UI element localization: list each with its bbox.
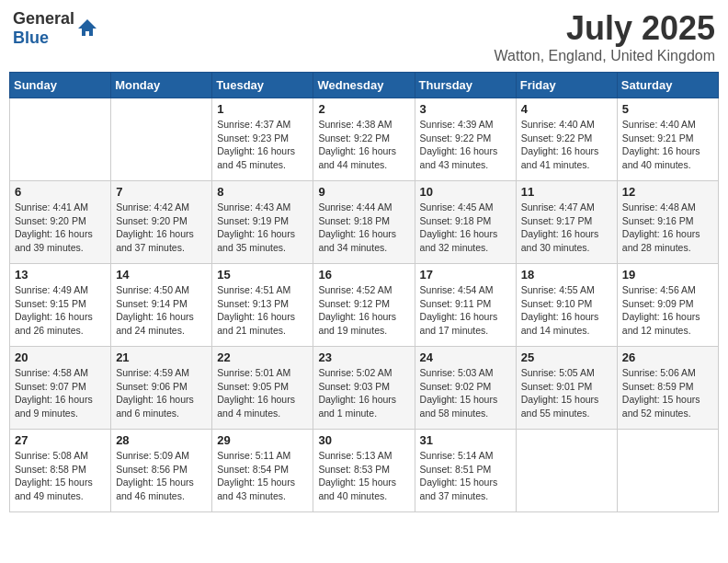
day-number: 29 [217, 433, 308, 447]
calendar-day-cell: 19Sunrise: 4:56 AM Sunset: 9:09 PM Dayli… [617, 264, 718, 347]
day-number: 22 [217, 350, 308, 364]
logo-icon [76, 17, 98, 40]
day-info: Sunrise: 4:42 AM Sunset: 9:20 PM Dayligh… [116, 201, 207, 255]
page-header: General Blue July 2025 Watton, England, … [9, 9, 719, 64]
calendar-week-row: 20Sunrise: 4:58 AM Sunset: 9:07 PM Dayli… [10, 347, 719, 430]
calendar-day-cell: 3Sunrise: 4:39 AM Sunset: 9:22 PM Daylig… [415, 98, 516, 181]
calendar-day-cell: 12Sunrise: 4:48 AM Sunset: 9:16 PM Dayli… [617, 181, 718, 264]
day-info: Sunrise: 4:40 AM Sunset: 9:21 PM Dayligh… [622, 118, 713, 172]
day-info: Sunrise: 4:49 AM Sunset: 9:15 PM Dayligh… [15, 283, 106, 338]
day-info: Sunrise: 5:01 AM Sunset: 9:05 PM Dayligh… [217, 366, 308, 420]
day-info: Sunrise: 4:45 AM Sunset: 9:18 PM Dayligh… [420, 201, 511, 255]
calendar-day-cell: 15Sunrise: 4:51 AM Sunset: 9:13 PM Dayli… [212, 264, 313, 347]
day-of-week-header: Monday [111, 73, 212, 98]
calendar-day-cell: 10Sunrise: 4:45 AM Sunset: 9:18 PM Dayli… [415, 181, 516, 264]
day-number: 17 [420, 268, 511, 282]
logo-blue: Blue [13, 29, 49, 47]
day-info: Sunrise: 5:14 AM Sunset: 8:51 PM Dayligh… [420, 449, 511, 503]
calendar-day-cell: 21Sunrise: 4:59 AM Sunset: 9:06 PM Dayli… [111, 347, 212, 430]
calendar-table: SundayMondayTuesdayWednesdayThursdayFrid… [9, 72, 719, 512]
day-info: Sunrise: 4:37 AM Sunset: 9:23 PM Dayligh… [217, 118, 308, 172]
day-number: 27 [15, 433, 106, 447]
day-info: Sunrise: 4:38 AM Sunset: 9:22 PM Dayligh… [318, 118, 409, 172]
day-of-week-header: Friday [516, 73, 617, 98]
day-of-week-header: Saturday [617, 73, 718, 98]
day-info: Sunrise: 4:52 AM Sunset: 9:12 PM Dayligh… [318, 283, 409, 338]
calendar-day-cell: 7Sunrise: 4:42 AM Sunset: 9:20 PM Daylig… [111, 181, 212, 264]
calendar-day-cell: 30Sunrise: 5:13 AM Sunset: 8:53 PM Dayli… [313, 430, 415, 512]
day-number: 19 [622, 268, 713, 282]
calendar-week-row: 1Sunrise: 4:37 AM Sunset: 9:23 PM Daylig… [10, 98, 719, 181]
day-info: Sunrise: 4:50 AM Sunset: 9:14 PM Dayligh… [116, 283, 207, 338]
day-of-week-header: Wednesday [313, 73, 415, 98]
day-number: 6 [15, 185, 106, 199]
calendar-day-cell: 22Sunrise: 5:01 AM Sunset: 9:05 PM Dayli… [212, 347, 313, 430]
calendar-day-cell [10, 98, 111, 181]
day-number: 16 [318, 268, 409, 282]
day-number: 31 [420, 433, 511, 447]
day-number: 28 [116, 433, 207, 447]
day-of-week-header: Tuesday [212, 73, 313, 98]
day-info: Sunrise: 4:51 AM Sunset: 9:13 PM Dayligh… [217, 283, 308, 338]
calendar-day-cell [516, 430, 617, 512]
day-info: Sunrise: 4:44 AM Sunset: 9:18 PM Dayligh… [318, 201, 409, 255]
day-info: Sunrise: 4:47 AM Sunset: 9:17 PM Dayligh… [521, 201, 612, 255]
calendar-week-row: 13Sunrise: 4:49 AM Sunset: 9:15 PM Dayli… [10, 264, 719, 347]
calendar-day-cell: 6Sunrise: 4:41 AM Sunset: 9:20 PM Daylig… [10, 181, 111, 264]
day-number: 9 [318, 185, 409, 199]
day-of-week-header: Sunday [10, 73, 111, 98]
day-number: 2 [318, 102, 409, 116]
calendar-day-cell: 17Sunrise: 4:54 AM Sunset: 9:11 PM Dayli… [415, 264, 516, 347]
day-info: Sunrise: 5:11 AM Sunset: 8:54 PM Dayligh… [217, 449, 308, 503]
day-number: 25 [521, 350, 612, 364]
day-number: 18 [521, 268, 612, 282]
calendar-week-row: 27Sunrise: 5:08 AM Sunset: 8:58 PM Dayli… [10, 430, 719, 512]
title-block: July 2025 Watton, England, United Kingdo… [495, 9, 715, 64]
day-info: Sunrise: 4:58 AM Sunset: 9:07 PM Dayligh… [15, 366, 106, 420]
day-info: Sunrise: 4:54 AM Sunset: 9:11 PM Dayligh… [420, 283, 511, 338]
calendar-day-cell: 24Sunrise: 5:03 AM Sunset: 9:02 PM Dayli… [415, 347, 516, 430]
day-of-week-header: Thursday [415, 73, 516, 98]
calendar-day-cell: 18Sunrise: 4:55 AM Sunset: 9:10 PM Dayli… [516, 264, 617, 347]
calendar-day-cell: 14Sunrise: 4:50 AM Sunset: 9:14 PM Dayli… [111, 264, 212, 347]
location-title: Watton, England, United Kingdom [495, 48, 715, 64]
day-info: Sunrise: 4:55 AM Sunset: 9:10 PM Dayligh… [521, 283, 612, 338]
day-number: 4 [521, 102, 612, 116]
day-number: 10 [420, 185, 511, 199]
month-year-title: July 2025 [495, 9, 715, 48]
calendar-day-cell: 20Sunrise: 4:58 AM Sunset: 9:07 PM Dayli… [10, 347, 111, 430]
day-info: Sunrise: 4:39 AM Sunset: 9:22 PM Dayligh… [420, 118, 511, 172]
logo: General Blue [13, 9, 98, 48]
day-number: 13 [15, 268, 106, 282]
day-number: 20 [15, 350, 106, 364]
day-info: Sunrise: 4:41 AM Sunset: 9:20 PM Dayligh… [15, 201, 106, 255]
day-number: 8 [217, 185, 308, 199]
calendar-day-cell: 23Sunrise: 5:02 AM Sunset: 9:03 PM Dayli… [313, 347, 415, 430]
calendar-day-cell: 26Sunrise: 5:06 AM Sunset: 8:59 PM Dayli… [617, 347, 718, 430]
calendar-day-cell: 9Sunrise: 4:44 AM Sunset: 9:18 PM Daylig… [313, 181, 415, 264]
day-info: Sunrise: 4:59 AM Sunset: 9:06 PM Dayligh… [116, 366, 207, 420]
day-info: Sunrise: 5:08 AM Sunset: 8:58 PM Dayligh… [15, 449, 106, 503]
day-number: 5 [622, 102, 713, 116]
day-number: 1 [217, 102, 308, 116]
day-number: 14 [116, 268, 207, 282]
calendar-day-cell: 11Sunrise: 4:47 AM Sunset: 9:17 PM Dayli… [516, 181, 617, 264]
day-info: Sunrise: 4:48 AM Sunset: 9:16 PM Dayligh… [622, 201, 713, 255]
day-info: Sunrise: 5:13 AM Sunset: 8:53 PM Dayligh… [318, 449, 409, 503]
day-number: 11 [521, 185, 612, 199]
day-number: 26 [622, 350, 713, 364]
calendar-week-row: 6Sunrise: 4:41 AM Sunset: 9:20 PM Daylig… [10, 181, 719, 264]
day-info: Sunrise: 5:03 AM Sunset: 9:02 PM Dayligh… [420, 366, 511, 420]
day-number: 24 [420, 350, 511, 364]
calendar-day-cell: 4Sunrise: 4:40 AM Sunset: 9:22 PM Daylig… [516, 98, 617, 181]
day-number: 21 [116, 350, 207, 364]
calendar-day-cell: 16Sunrise: 4:52 AM Sunset: 9:12 PM Dayli… [313, 264, 415, 347]
calendar-header-row: SundayMondayTuesdayWednesdayThursdayFrid… [10, 73, 719, 98]
calendar-day-cell: 1Sunrise: 4:37 AM Sunset: 9:23 PM Daylig… [212, 98, 313, 181]
calendar-day-cell [111, 98, 212, 181]
day-info: Sunrise: 4:40 AM Sunset: 9:22 PM Dayligh… [521, 118, 612, 172]
calendar-day-cell: 2Sunrise: 4:38 AM Sunset: 9:22 PM Daylig… [313, 98, 415, 181]
logo-text: General Blue [13, 9, 74, 48]
calendar-day-cell: 8Sunrise: 4:43 AM Sunset: 9:19 PM Daylig… [212, 181, 313, 264]
day-info: Sunrise: 4:43 AM Sunset: 9:19 PM Dayligh… [217, 201, 308, 255]
